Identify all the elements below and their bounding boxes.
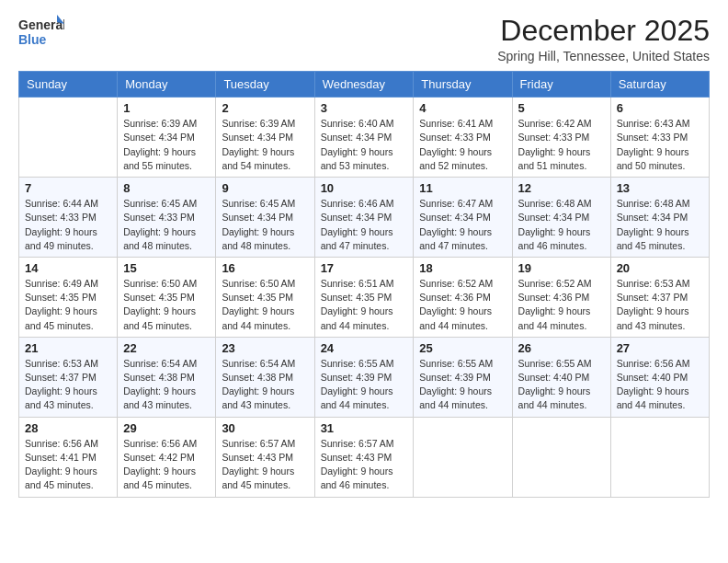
title-block: December 2025 Spring Hill, Tennessee, Un…: [497, 15, 710, 63]
day-number: 8: [123, 181, 210, 195]
day-number: 22: [123, 341, 210, 355]
day-detail: Sunrise: 6:50 AMSunset: 4:35 PMDaylight:…: [222, 277, 308, 333]
table-row: [414, 417, 512, 497]
day-detail: Sunrise: 6:39 AMSunset: 4:34 PMDaylight:…: [123, 117, 210, 173]
table-row: 30 Sunrise: 6:57 AMSunset: 4:43 PMDaylig…: [216, 417, 314, 497]
day-detail: Sunrise: 6:39 AMSunset: 4:34 PMDaylight:…: [222, 117, 308, 173]
table-row: 7 Sunrise: 6:44 AMSunset: 4:33 PMDayligh…: [19, 178, 118, 258]
calendar-week-row: 1 Sunrise: 6:39 AMSunset: 4:34 PMDayligh…: [19, 98, 710, 178]
day-detail: Sunrise: 6:51 AMSunset: 4:35 PMDaylight:…: [321, 277, 408, 333]
day-number: 1: [123, 101, 210, 115]
day-number: 5: [518, 101, 605, 115]
table-row: 16 Sunrise: 6:50 AMSunset: 4:35 PMDaylig…: [216, 257, 314, 337]
table-row: 6 Sunrise: 6:43 AMSunset: 4:33 PMDayligh…: [610, 98, 709, 178]
day-detail: Sunrise: 6:44 AMSunset: 4:33 PMDaylight:…: [25, 197, 111, 253]
col-thursday: Thursday: [414, 72, 512, 98]
day-detail: Sunrise: 6:46 AMSunset: 4:34 PMDaylight:…: [321, 197, 408, 253]
table-row: 14 Sunrise: 6:49 AMSunset: 4:35 PMDaylig…: [19, 257, 118, 337]
svg-text:Blue: Blue: [18, 32, 47, 47]
day-number: 11: [419, 181, 506, 195]
table-row: 2 Sunrise: 6:39 AMSunset: 4:34 PMDayligh…: [216, 98, 314, 178]
table-row: 12 Sunrise: 6:48 AMSunset: 4:34 PMDaylig…: [512, 178, 610, 258]
calendar-week-row: 14 Sunrise: 6:49 AMSunset: 4:35 PMDaylig…: [19, 257, 710, 337]
day-detail: Sunrise: 6:47 AMSunset: 4:34 PMDaylight:…: [419, 197, 506, 253]
table-row: 10 Sunrise: 6:46 AMSunset: 4:34 PMDaylig…: [314, 178, 414, 258]
day-detail: Sunrise: 6:50 AMSunset: 4:35 PMDaylight:…: [123, 277, 210, 333]
day-number: 13: [617, 181, 703, 195]
table-row: [610, 417, 709, 497]
day-number: 24: [321, 341, 408, 355]
day-detail: Sunrise: 6:42 AMSunset: 4:33 PMDaylight:…: [518, 117, 605, 173]
day-detail: Sunrise: 6:53 AMSunset: 4:37 PMDaylight:…: [617, 277, 703, 333]
day-number: 3: [321, 101, 408, 115]
calendar-week-row: 21 Sunrise: 6:53 AMSunset: 4:37 PMDaylig…: [19, 337, 710, 417]
col-wednesday: Wednesday: [314, 72, 414, 98]
logo: General Blue: [18, 15, 64, 48]
table-row: 4 Sunrise: 6:41 AMSunset: 4:33 PMDayligh…: [414, 98, 512, 178]
col-saturday: Saturday: [610, 72, 709, 98]
col-friday: Friday: [512, 72, 610, 98]
col-sunday: Sunday: [19, 72, 118, 98]
day-detail: Sunrise: 6:53 AMSunset: 4:37 PMDaylight:…: [25, 357, 111, 413]
day-number: 27: [617, 341, 703, 355]
table-row: 15 Sunrise: 6:50 AMSunset: 4:35 PMDaylig…: [118, 257, 216, 337]
table-row: 27 Sunrise: 6:56 AMSunset: 4:40 PMDaylig…: [610, 337, 709, 417]
table-row: 1 Sunrise: 6:39 AMSunset: 4:34 PMDayligh…: [118, 98, 216, 178]
table-row: 13 Sunrise: 6:48 AMSunset: 4:34 PMDaylig…: [610, 178, 709, 258]
col-monday: Monday: [118, 72, 216, 98]
table-row: 23 Sunrise: 6:54 AMSunset: 4:38 PMDaylig…: [216, 337, 314, 417]
header: General Blue December 2025 Spring Hill, …: [18, 15, 710, 63]
calendar-header-row: Sunday Monday Tuesday Wednesday Thursday…: [19, 72, 710, 98]
table-row: 29 Sunrise: 6:56 AMSunset: 4:42 PMDaylig…: [118, 417, 216, 497]
day-number: 31: [321, 421, 408, 435]
day-number: 4: [419, 101, 506, 115]
table-row: 28 Sunrise: 6:56 AMSunset: 4:41 PMDaylig…: [19, 417, 118, 497]
day-number: 14: [25, 261, 111, 275]
day-detail: Sunrise: 6:40 AMSunset: 4:34 PMDaylight:…: [321, 117, 408, 173]
table-row: 18 Sunrise: 6:52 AMSunset: 4:36 PMDaylig…: [414, 257, 512, 337]
table-row: 22 Sunrise: 6:54 AMSunset: 4:38 PMDaylig…: [118, 337, 216, 417]
day-number: 30: [222, 421, 308, 435]
table-row: 5 Sunrise: 6:42 AMSunset: 4:33 PMDayligh…: [512, 98, 610, 178]
day-detail: Sunrise: 6:57 AMSunset: 4:43 PMDaylight:…: [222, 437, 308, 493]
day-number: 23: [222, 341, 308, 355]
table-row: 3 Sunrise: 6:40 AMSunset: 4:34 PMDayligh…: [314, 98, 414, 178]
calendar-week-row: 7 Sunrise: 6:44 AMSunset: 4:33 PMDayligh…: [19, 178, 710, 258]
day-detail: Sunrise: 6:55 AMSunset: 4:39 PMDaylight:…: [419, 357, 506, 413]
table-row: 31 Sunrise: 6:57 AMSunset: 4:43 PMDaylig…: [314, 417, 414, 497]
day-number: 20: [617, 261, 703, 275]
day-detail: Sunrise: 6:41 AMSunset: 4:33 PMDaylight:…: [419, 117, 506, 173]
table-row: 25 Sunrise: 6:55 AMSunset: 4:39 PMDaylig…: [414, 337, 512, 417]
day-number: 26: [518, 341, 605, 355]
day-detail: Sunrise: 6:57 AMSunset: 4:43 PMDaylight:…: [321, 437, 408, 493]
day-detail: Sunrise: 6:49 AMSunset: 4:35 PMDaylight:…: [25, 277, 111, 333]
logo-svg: General Blue: [18, 15, 64, 48]
day-number: 19: [518, 261, 605, 275]
day-number: 25: [419, 341, 506, 355]
table-row: [19, 98, 118, 178]
day-number: 29: [123, 421, 210, 435]
day-detail: Sunrise: 6:48 AMSunset: 4:34 PMDaylight:…: [518, 197, 605, 253]
day-number: 17: [321, 261, 408, 275]
subtitle: Spring Hill, Tennessee, United States: [497, 49, 710, 63]
table-row: 8 Sunrise: 6:45 AMSunset: 4:33 PMDayligh…: [118, 178, 216, 258]
day-number: 12: [518, 181, 605, 195]
table-row: 20 Sunrise: 6:53 AMSunset: 4:37 PMDaylig…: [610, 257, 709, 337]
day-number: 18: [419, 261, 506, 275]
calendar-week-row: 28 Sunrise: 6:56 AMSunset: 4:41 PMDaylig…: [19, 417, 710, 497]
day-detail: Sunrise: 6:56 AMSunset: 4:42 PMDaylight:…: [123, 437, 210, 493]
day-detail: Sunrise: 6:56 AMSunset: 4:41 PMDaylight:…: [25, 437, 111, 493]
day-number: 7: [25, 181, 111, 195]
main-title: December 2025: [497, 15, 710, 47]
day-detail: Sunrise: 6:54 AMSunset: 4:38 PMDaylight:…: [222, 357, 308, 413]
day-detail: Sunrise: 6:48 AMSunset: 4:34 PMDaylight:…: [617, 197, 703, 253]
day-number: 16: [222, 261, 308, 275]
day-detail: Sunrise: 6:55 AMSunset: 4:40 PMDaylight:…: [518, 357, 605, 413]
table-row: 9 Sunrise: 6:45 AMSunset: 4:34 PMDayligh…: [216, 178, 314, 258]
day-detail: Sunrise: 6:52 AMSunset: 4:36 PMDaylight:…: [419, 277, 506, 333]
day-number: 6: [617, 101, 703, 115]
day-number: 15: [123, 261, 210, 275]
day-detail: Sunrise: 6:45 AMSunset: 4:33 PMDaylight:…: [123, 197, 210, 253]
table-row: [512, 417, 610, 497]
day-detail: Sunrise: 6:45 AMSunset: 4:34 PMDaylight:…: [222, 197, 308, 253]
